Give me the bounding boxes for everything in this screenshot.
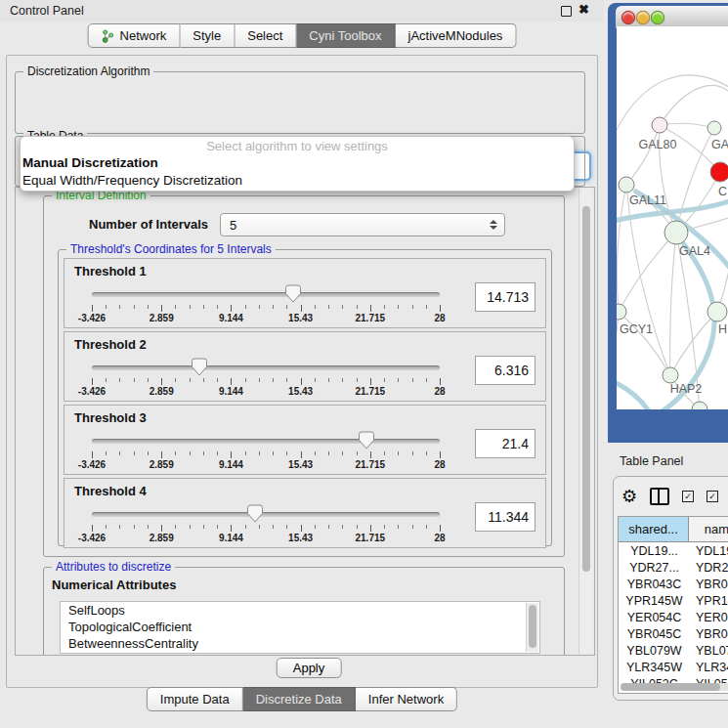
slider-thumb[interactable] (285, 284, 301, 303)
slider-track[interactable] (92, 439, 440, 444)
table-row[interactable]: YBR043C YBR043C (619, 576, 728, 592)
slider-tick (259, 305, 260, 309)
tab-network[interactable]: Network (88, 23, 181, 48)
cell-shared-name: YER054C (619, 609, 690, 625)
table-toolbar: ⚙ ✓ ✓ (621, 483, 718, 510)
network-node[interactable] (692, 402, 707, 409)
slider-track[interactable] (92, 292, 440, 297)
split-panel-icon[interactable] (650, 488, 669, 505)
network-node-c[interactable] (710, 162, 728, 182)
slider-track[interactable] (92, 365, 440, 370)
axis-tick-label: 9.144 (219, 313, 243, 323)
tab-cyni-toolbox[interactable]: Cyni Toolbox (296, 23, 395, 48)
network-canvas[interactable]: GAL80GACGAL11GAL4GCY1HHAP2 (617, 26, 728, 409)
network-node-gal4[interactable] (664, 221, 688, 244)
slider-tick (134, 525, 135, 529)
tab-jactivemnodules[interactable]: jActiveMNodules (396, 23, 517, 48)
network-node-gal11[interactable] (619, 177, 634, 193)
table-row[interactable]: YPR145W YPR145W (619, 592, 728, 609)
slider-tick (398, 451, 399, 455)
column-header-name[interactable]: name (689, 517, 728, 541)
slider-tick (315, 378, 316, 382)
node-label: GAL80 (639, 138, 677, 151)
tab-impute-data[interactable]: Impute Data (147, 687, 243, 711)
gear-icon[interactable]: ⚙ (621, 488, 637, 505)
slider-tick (134, 378, 135, 382)
column-header-shared-name[interactable]: shared... (619, 517, 689, 541)
slider-track[interactable] (92, 512, 440, 517)
interval-definition-group: Interval Definition Number of Intervals … (43, 195, 565, 557)
table-row[interactable]: YER054C YER054C (619, 609, 728, 625)
settings-vertical-scrollbar[interactable] (578, 189, 593, 654)
table-header-row: shared... name (619, 517, 728, 542)
float-window-icon[interactable] (561, 6, 572, 17)
tab-style[interactable]: Style (180, 23, 235, 48)
table-row[interactable]: YBR045C YBR045C (619, 625, 728, 642)
cell-shared-name: YDL19... (619, 542, 690, 559)
slider-tick (134, 305, 135, 309)
table-row[interactable]: YDR27... YDR27... (619, 559, 728, 576)
list-item[interactable]: TopologicalCoefficient (61, 619, 539, 635)
table-row[interactable]: YLR345W YLR345W (619, 659, 728, 675)
threshold-value-field[interactable]: 14.713 (475, 282, 535, 312)
node-label: C (718, 185, 727, 198)
threshold-panel: Threshold 2 -3.4262.8599.14415.4321.7152… (64, 331, 546, 402)
dropdown-option[interactable]: Equal Width/Frequency Discretization (21, 172, 574, 190)
slider-tick (301, 451, 302, 458)
numerical-attributes-label: Numerical Attributes (52, 578, 176, 592)
scrollbar-thumb[interactable] (621, 683, 720, 691)
list-item[interactable]: SelfLoops (61, 602, 539, 619)
network-node-hap2[interactable] (663, 367, 678, 383)
slider-thumb[interactable] (247, 504, 263, 523)
slider-tick (92, 305, 93, 312)
checkbox-checked-icon[interactable]: ✓ (707, 491, 718, 502)
axis-tick-label: 9.144 (219, 386, 243, 397)
minimize-traffic-light-icon[interactable] (636, 11, 650, 24)
list-item[interactable]: BetweennessCentrality (61, 635, 539, 652)
slider-tick (217, 525, 218, 529)
slider-tick (203, 378, 204, 382)
zoom-traffic-light-icon[interactable] (651, 11, 664, 24)
slider-tick (440, 305, 441, 312)
axis-tick-label: -3.426 (78, 459, 106, 470)
threshold-value-field[interactable]: 11.344 (475, 502, 535, 532)
slider-tick (286, 305, 287, 309)
close-icon[interactable]: ✖ (578, 2, 589, 17)
dropdown-option[interactable]: Manual Discretization (21, 154, 574, 172)
cell-shared-name: YPR145W (619, 592, 690, 609)
attributes-scrollbar[interactable] (526, 603, 538, 652)
tab-discretize-data[interactable]: Discretize Data (243, 687, 356, 711)
tab-select[interactable]: Select (235, 23, 296, 48)
threshold-value-field[interactable]: 6.316 (475, 356, 535, 385)
slider-thumb[interactable] (192, 358, 207, 376)
table-row[interactable]: YBL079W YBL079W (619, 642, 728, 659)
slider-tick (175, 378, 176, 382)
checkbox-checked-icon[interactable]: ✓ (682, 491, 694, 502)
threshold-value-field[interactable]: 21.4 (475, 429, 535, 458)
panel-title: Control Panel (10, 4, 84, 18)
scrollbar-thumb[interactable] (529, 605, 536, 648)
close-traffic-light-icon[interactable] (621, 11, 635, 24)
dropdown-prompt: Select algorithm to view settings (21, 137, 574, 154)
node-table[interactable]: shared... name YDL19... YDL19... YDR27..… (618, 516, 728, 694)
tab-infer-network[interactable]: Infer Network (356, 687, 457, 711)
apply-button[interactable]: Apply (277, 658, 342, 678)
numerical-attributes-list[interactable]: SelfLoopsTopologicalCoefficientBetweenne… (60, 601, 540, 654)
slider-tick (426, 525, 427, 529)
slider-tick (190, 378, 191, 382)
slider-tick (342, 305, 343, 309)
network-node-ga[interactable] (707, 121, 721, 135)
num-intervals-combobox[interactable]: 5 (220, 213, 505, 236)
table-row[interactable]: YIL052C YIL052C (619, 675, 728, 683)
network-graph: GAL80GACGAL11GAL4GCY1HHAP2 (617, 26, 728, 409)
table-horizontal-scrollbar[interactable] (621, 683, 728, 691)
slider-thumb[interactable] (359, 431, 374, 450)
scrollbar-thumb[interactable] (582, 206, 590, 572)
network-node-gal80[interactable] (652, 117, 667, 133)
slider-tick (357, 378, 358, 382)
table-row[interactable]: YDL19... YDL19... (619, 542, 728, 559)
threshold-label: Threshold 4 (74, 484, 147, 498)
slider-tick (190, 525, 191, 529)
network-node-h[interactable] (707, 302, 727, 321)
slider-tick (245, 451, 246, 455)
